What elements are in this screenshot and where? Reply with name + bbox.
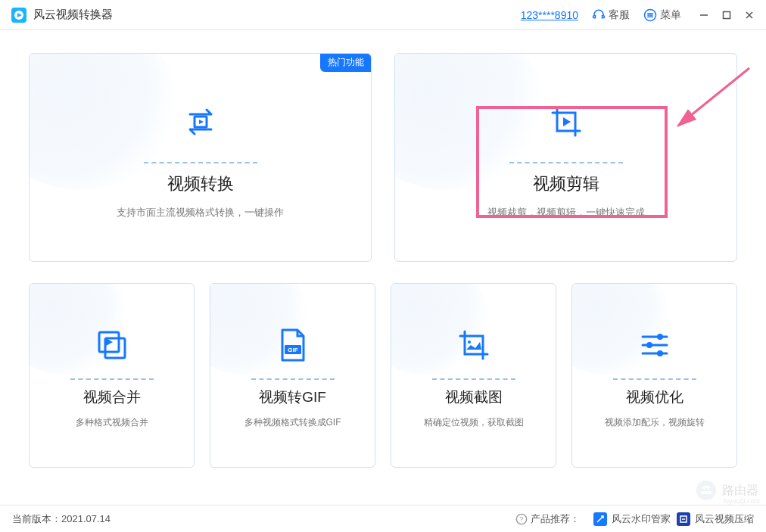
router-watermark-icon xyxy=(695,479,718,502)
user-id-link[interactable]: 123****8910 xyxy=(521,9,578,21)
gif-icon: GIF xyxy=(275,322,311,368)
convert-desc: 支持市面主流视频格式转换，一键操作 xyxy=(117,206,284,219)
optimize-icon xyxy=(635,322,674,368)
svg-point-10 xyxy=(657,334,663,340)
close-button[interactable] xyxy=(743,9,755,21)
gif-desc: 多种视频格式转换成GIF xyxy=(244,416,341,429)
main-content: 热门功能 视频转换 支持市面主流视频格式转换，一键操作 视频剪辑 视频裁剪，视频… xyxy=(0,30,766,475)
footer-bar: 当前版本： 2021.07.14 ? 产品推荐： 风云水印管家 风云视频压缩 xyxy=(0,505,766,532)
hot-badge: 热门功能 xyxy=(320,53,372,72)
svg-text:?: ? xyxy=(520,515,524,523)
screenshot-desc: 精确定位视频，获取截图 xyxy=(424,416,524,429)
edit-desc: 视频裁剪，视频剪辑，一键快速完成 xyxy=(487,206,645,219)
card-video-screenshot[interactable]: 视频截图 精确定位视频，获取截图 xyxy=(391,283,556,468)
support-label: 客服 xyxy=(609,8,630,22)
support-button[interactable]: 客服 xyxy=(592,8,630,22)
info-icon: ? xyxy=(515,513,528,525)
recommend-watermark[interactable]: 风云水印管家 xyxy=(593,512,671,526)
card-video-convert[interactable]: 热门功能 视频转换 支持市面主流视频格式转换，一键操作 xyxy=(29,53,372,262)
svg-point-11 xyxy=(646,342,652,348)
menu-button[interactable]: 菜单 xyxy=(643,8,681,22)
svg-point-17 xyxy=(696,481,716,500)
menu-label: 菜单 xyxy=(660,8,681,22)
convert-title: 视频转换 xyxy=(167,173,234,195)
minimize-button[interactable] xyxy=(698,9,710,21)
title-bar: 风云视频转换器 123****8910 客服 菜单 xyxy=(0,0,766,30)
image-watermark: 路由器 luyouqi.com xyxy=(695,479,758,502)
menu-icon xyxy=(643,8,657,22)
compress-app-icon xyxy=(677,512,690,526)
edit-title: 视频剪辑 xyxy=(533,173,599,195)
screenshot-title: 视频截图 xyxy=(445,387,503,407)
recommend-label: ? 产品推荐： xyxy=(515,512,580,526)
svg-rect-18 xyxy=(701,491,712,494)
convert-icon xyxy=(179,95,222,148)
svg-point-12 xyxy=(657,350,663,356)
card-video-optimize[interactable]: 视频优化 视频添加配乐，视频旋转 xyxy=(571,283,737,468)
edit-icon xyxy=(545,95,587,148)
app-logo-icon xyxy=(11,7,27,23)
app-title: 风云视频转换器 xyxy=(33,8,113,22)
watermark-app-icon xyxy=(593,512,607,526)
optimize-title: 视频优化 xyxy=(626,387,683,407)
version-label: 当前版本： xyxy=(12,512,61,526)
headset-icon xyxy=(592,8,606,22)
merge-title: 视频合并 xyxy=(83,387,141,407)
merge-desc: 多种格式视频合并 xyxy=(76,416,148,429)
svg-rect-3 xyxy=(724,11,730,18)
card-video-edit[interactable]: 视频剪辑 视频裁剪，视频剪辑，一键快速完成 xyxy=(394,53,737,262)
maximize-button[interactable] xyxy=(721,9,733,21)
merge-icon xyxy=(92,322,132,368)
screenshot-icon xyxy=(454,322,494,368)
optimize-desc: 视频添加配乐，视频旋转 xyxy=(605,416,705,429)
version-value: 2021.07.14 xyxy=(61,513,111,524)
svg-point-9 xyxy=(468,341,471,344)
gif-title: 视频转GIF xyxy=(259,387,326,407)
card-video-gif[interactable]: GIF 视频转GIF 多种视频格式转换成GIF xyxy=(210,283,375,468)
svg-text:GIF: GIF xyxy=(288,347,297,353)
card-video-merge[interactable]: 视频合并 多种格式视频合并 xyxy=(29,283,195,468)
recommend-compress[interactable]: 风云视频压缩 xyxy=(677,512,754,526)
